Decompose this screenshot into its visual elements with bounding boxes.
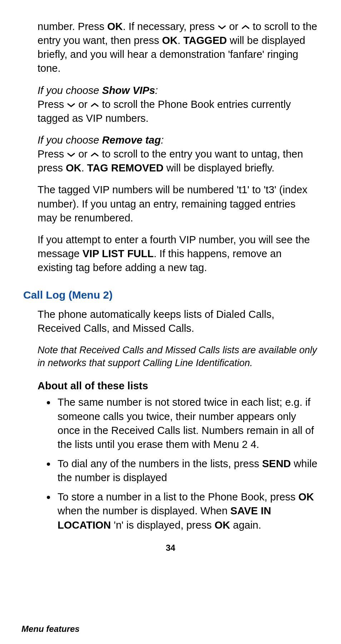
subheading-about-lists: About all of these lists (23, 380, 318, 392)
section-heading-call-log: Call Log (Menu 2) (23, 289, 318, 301)
text: If you choose (38, 134, 102, 146)
ok-key: OK (298, 491, 314, 503)
text: : (155, 85, 158, 96)
text: or (226, 21, 241, 32)
up-arrow-icon (90, 152, 99, 157)
text: . If necessary, press (123, 21, 218, 32)
paragraph-show-vips: If you choose Show VIPs: Press or to scr… (23, 84, 318, 125)
up-arrow-icon (90, 103, 99, 108)
list-item: The same number is not stored twice in e… (55, 395, 318, 451)
page-number: 34 (23, 543, 318, 553)
footer-section-label: Menu features (21, 624, 80, 634)
remove-tag-bold: Remove tag (102, 134, 161, 146)
text: . (178, 35, 183, 46)
text: or (75, 148, 90, 160)
down-arrow-icon (67, 152, 75, 157)
text: again. (230, 519, 261, 531)
tagged-label: TAGGED (183, 35, 227, 46)
manual-page: number. Press OK. If necessary, press or… (0, 0, 341, 553)
paragraph-vip-list-full: If you attempt to enter a fourth VIP num… (23, 233, 318, 275)
down-arrow-icon (218, 25, 226, 30)
text: when the number is displayed. When (58, 505, 231, 516)
text: . (81, 162, 87, 174)
down-arrow-icon (67, 103, 75, 108)
paragraph-tagged-numbering: The tagged VIP numbers will be numbered … (23, 183, 318, 225)
tag-removed-label: TAG REMOVED (87, 162, 164, 174)
bullet-list: The same number is not stored twice in e… (23, 395, 318, 532)
ok-key: OK (66, 162, 81, 174)
text: will be displayed briefly. (163, 162, 275, 174)
note-cli: Note that Received Calls and Missed Call… (23, 344, 318, 370)
paragraph-remove-tag: If you choose Remove tag: Press or to sc… (23, 133, 318, 175)
ok-key: OK (162, 35, 178, 46)
show-vips-bold: Show VIPs (102, 85, 155, 96)
paragraph-vip-intro: number. Press OK. If necessary, press or… (23, 20, 318, 76)
up-arrow-icon (241, 25, 250, 30)
vip-list-full-label: VIP LIST FULL (83, 248, 154, 259)
text: Press (38, 148, 67, 160)
text: 'n' is displayed, press (111, 519, 214, 531)
send-key: SEND (262, 458, 291, 469)
text: Press (38, 99, 67, 110)
text: : (161, 134, 164, 146)
text: number. Press (38, 21, 107, 32)
list-item: To store a number in a list to the Phone… (55, 490, 318, 532)
text: If you choose (38, 85, 102, 96)
lead: If you choose Remove tag: (38, 134, 164, 146)
text: To dial any of the numbers in the lists,… (58, 458, 262, 469)
lead: If you choose Show VIPs: (38, 85, 158, 96)
ok-key: OK (214, 519, 230, 531)
ok-key: OK (107, 21, 123, 32)
text: or (75, 99, 90, 110)
paragraph-call-log-intro: The phone automatically keeps lists of D… (23, 308, 318, 335)
list-item: To dial any of the numbers in the lists,… (55, 457, 318, 485)
text: To store a number in a list to the Phone… (58, 491, 298, 503)
